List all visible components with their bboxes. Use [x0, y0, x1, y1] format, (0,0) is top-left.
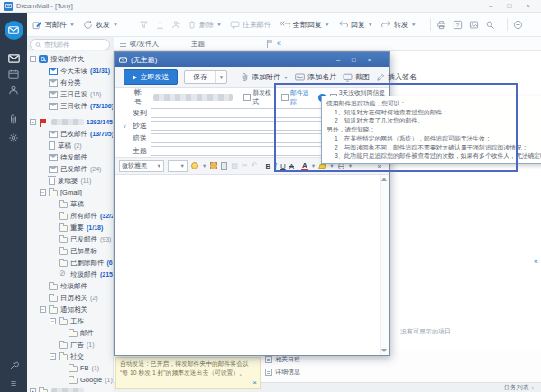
message-body[interactable] [115, 175, 389, 355]
tree-item[interactable]: 有分类 [27, 77, 113, 88]
search-box[interactable] [30, 39, 110, 50]
tree-expander-icon[interactable]: − [40, 306, 46, 313]
tree-item[interactable]: 所有邮件(32/296) [27, 210, 113, 222]
maximize-button[interactable]: □ [507, 3, 511, 10]
tree-item[interactable]: 日历相关(2) [27, 292, 113, 304]
menu-icon[interactable]: ≡ [11, 378, 16, 387]
font-color-button[interactable]: A [302, 162, 307, 169]
tree-item[interactable]: 三日收件(73/106) [27, 100, 113, 112]
tree-expander-icon[interactable]: + [30, 388, 36, 392]
screenshot-button[interactable]: 截图 [343, 72, 370, 82]
settings-gear-icon[interactable] [8, 132, 19, 143]
compose-minimize-button[interactable]: – [336, 56, 340, 64]
tree-item[interactable]: −1292/145 [27, 116, 113, 128]
compose-close-button[interactable]: × [368, 56, 371, 64]
tree-item[interactable]: 已加星标 [27, 245, 113, 257]
column-subject[interactable]: 主题 [191, 40, 205, 49]
close-button[interactable]: × [526, 3, 530, 10]
tree-item[interactable]: 待发邮件 [27, 151, 113, 163]
send-receive-button[interactable]: 收发▼ [83, 20, 118, 30]
body-scrollbar[interactable] [380, 175, 389, 355]
scroll-down-icon[interactable] [381, 349, 387, 352]
attachment-paperclip-icon[interactable] [9, 114, 18, 125]
strikethrough-button[interactable]: A [289, 162, 294, 170]
expand-panel-icon[interactable]: « [534, 257, 538, 266]
cc-collapse-icon[interactable]: ∨ [123, 123, 126, 129]
tree-item[interactable]: 垃圾邮件(215/377) [27, 269, 113, 280]
emoji-icon[interactable] [191, 162, 198, 169]
collapse-pane-icon[interactable]: « [277, 40, 281, 48]
checkbox-icon[interactable] [243, 94, 251, 101]
emoji-dropdown-icon[interactable]: ▼ [202, 163, 206, 169]
tree-item[interactable]: 已发邮件(24) [27, 163, 113, 175]
mass-mode-checkbox[interactable]: 群发模式 [243, 88, 276, 106]
column-from[interactable]: 收/发件人 [130, 40, 191, 49]
tree-item[interactable]: FB(1) [27, 362, 113, 374]
grid-icon[interactable] [120, 41, 126, 47]
tree-item[interactable]: −社交 [27, 351, 113, 362]
zoom-button[interactable] [485, 20, 495, 30]
tree-item[interactable]: −[Gmail] [27, 187, 113, 198]
mail-tracking-checkbox[interactable]: 邮件追踪 [281, 88, 314, 106]
print-button[interactable] [436, 20, 446, 30]
add-attachment-button[interactable]: 添加附件▼ [241, 72, 289, 82]
correspondence-button[interactable]: 往来邮件 [230, 20, 271, 30]
help-button[interactable]: ? [453, 20, 463, 30]
paste-icon[interactable] [221, 162, 227, 170]
tree-item[interactable]: 草稿 [27, 198, 113, 210]
copy-icon[interactable]: ▤ [231, 162, 238, 169]
task-list-chevron-icon[interactable]: ‹ [532, 385, 534, 391]
filter-button[interactable] [139, 20, 149, 30]
related-schedule-button[interactable]: 相关日程 [265, 355, 300, 364]
notice-close-icon[interactable]: × [252, 379, 257, 387]
search-input[interactable] [44, 41, 105, 48]
tools-wrench-icon[interactable] [9, 360, 19, 370]
italic-button[interactable]: I [274, 162, 277, 170]
reply-button[interactable]: 回复▼ [338, 20, 373, 30]
recall-button[interactable] [155, 20, 165, 30]
tree-expander-icon[interactable]: − [40, 189, 46, 196]
save-button[interactable]: 保存 ▼ [184, 70, 227, 84]
tree-expander-icon[interactable]: − [50, 353, 56, 360]
tree-item[interactable]: 邮件 [27, 327, 113, 339]
font-family-select[interactable]: 微软雅黑▼ [119, 160, 164, 172]
tree-item[interactable]: 已收邮件(13/705) [27, 128, 113, 140]
collapse-toolbar-button[interactable] [513, 20, 523, 30]
compose-maximize-button[interactable]: □ [352, 56, 356, 64]
tree-item[interactable]: −工作 [27, 315, 113, 327]
font-size-select[interactable]: ▼ [168, 160, 188, 172]
add-card-button[interactable]: 添加名片 [295, 72, 336, 82]
tree-item[interactable]: −通知相关 [27, 304, 113, 315]
insert-signature-button[interactable]: 插入签名 [376, 72, 417, 82]
flag-column-icon[interactable] [266, 40, 273, 48]
tree-item[interactable]: −搜索邮件夹 [27, 53, 113, 65]
underline-button[interactable]: U [280, 162, 286, 170]
tree-item[interactable]: 垃圾邮件 [27, 280, 113, 292]
minimize-button[interactable]: – [489, 3, 492, 10]
tree-item[interactable]: 草稿(2) [27, 140, 113, 151]
highlight-button[interactable] [318, 164, 326, 169]
tree-expander-icon[interactable]: − [30, 56, 36, 62]
save-dropdown-icon[interactable]: ▼ [215, 71, 226, 83]
cut-scissors-icon[interactable]: ✂ [242, 162, 248, 169]
forward-button[interactable]: 转发▼ [381, 20, 417, 30]
contacts-icon[interactable] [8, 85, 19, 95]
stamp-icon[interactable] [210, 162, 217, 169]
tree-expander-icon[interactable]: − [30, 119, 36, 125]
tree-expander-icon[interactable]: − [50, 318, 56, 324]
calendar-icon[interactable] [8, 69, 19, 79]
scroll-up-icon[interactable] [381, 178, 387, 181]
font-color-dropdown-icon[interactable]: ▼ [311, 163, 316, 169]
tree-item[interactable]: 广告(1) [27, 339, 113, 351]
mail-icon[interactable] [8, 54, 20, 63]
mail-home-button[interactable] [5, 21, 23, 40]
checkbox-icon[interactable] [281, 94, 289, 101]
details-button[interactable]: 详细信息 [265, 368, 300, 377]
tree-item[interactable]: 废纸篓(11) [27, 175, 113, 187]
compose-mail-button[interactable]: 写邮件▼ [32, 20, 75, 30]
send-now-button[interactable]: 立即发送 [124, 69, 178, 85]
image-button[interactable] [469, 20, 479, 30]
task-list-button[interactable]: 任务列表 [504, 383, 529, 392]
tree-item[interactable]: 已删除邮件(68/159 [27, 257, 113, 269]
tree-item[interactable]: 重要(1/18) [27, 222, 113, 233]
